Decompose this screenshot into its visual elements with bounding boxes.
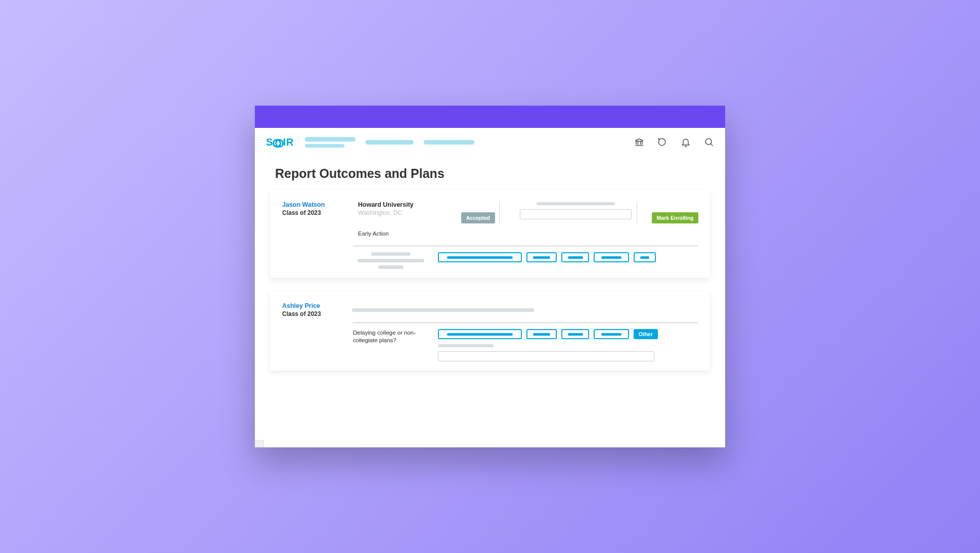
option-pill[interactable] (526, 252, 557, 262)
notes-placeholder (537, 202, 615, 205)
option-pills (438, 252, 656, 262)
label-placeholder (378, 265, 404, 269)
app-window: S IR (255, 106, 725, 447)
other-detail-block (438, 344, 658, 361)
student-name-link[interactable]: Ashley Price (282, 302, 343, 309)
student-class: Class of 2023 (282, 310, 343, 317)
scrollbar-corner (255, 440, 264, 447)
option-pill[interactable] (634, 252, 656, 262)
infinity-icon (273, 139, 284, 145)
nav-placeholder (305, 144, 344, 148)
row-placeholder (352, 308, 534, 312)
student-card: Jason Watson Class of 2023 Howard Univer… (270, 190, 710, 278)
nav-links (305, 137, 474, 148)
option-pill[interactable] (561, 252, 589, 262)
search-icon[interactable] (704, 137, 714, 147)
svg-point-0 (705, 139, 711, 145)
status-chip-accepted: Accepted (461, 212, 495, 223)
nav-placeholder (305, 137, 355, 142)
brand-left: S (266, 136, 273, 148)
mark-enrolling-button[interactable]: Mark Enrolling (652, 212, 699, 223)
card-divider (353, 322, 698, 323)
status-column: Accepted (454, 201, 500, 224)
student-class: Class of 2023 (282, 209, 343, 216)
nav-item-1[interactable] (305, 137, 355, 148)
application-type: Early Action (358, 231, 439, 237)
brand-right: IR (283, 136, 294, 148)
card-top-row: Ashley Price Class of 2023 (282, 302, 698, 317)
other-text-input[interactable] (438, 351, 654, 361)
option-pill[interactable] (438, 252, 522, 262)
option-pill-other[interactable]: Other (634, 329, 658, 339)
card-divider (353, 246, 698, 246)
college-info: Howard University Washington, DC Early A… (358, 201, 439, 237)
college-location: Washington, DC (358, 209, 439, 216)
notes-input[interactable] (520, 209, 632, 219)
option-pill[interactable] (526, 329, 557, 339)
options-block: Other (438, 329, 658, 361)
student-name-link[interactable]: Jason Watson (282, 201, 343, 208)
bottom-label (353, 252, 429, 269)
option-pill[interactable] (594, 329, 629, 339)
notes-column (515, 201, 637, 224)
student-info: Ashley Price Class of 2023 (282, 302, 343, 317)
brand-logo[interactable]: S IR (266, 136, 294, 148)
chat-icon[interactable] (657, 137, 667, 147)
option-pill[interactable] (594, 252, 629, 262)
card-top-row: Jason Watson Class of 2023 Howard Univer… (282, 201, 698, 237)
nav-item-3[interactable] (424, 140, 474, 145)
bell-icon[interactable] (681, 137, 691, 147)
option-pill[interactable] (438, 329, 522, 339)
student-info: Jason Watson Class of 2023 (282, 201, 343, 216)
page-title: Report Outcomes and Plans (255, 156, 725, 190)
label-placeholder (358, 259, 424, 262)
delay-question: Delaying college or non-collegiate plans… (353, 329, 429, 344)
option-pill[interactable] (561, 329, 589, 339)
card-bottom-row: Delaying college or non-collegiate plans… (282, 329, 698, 361)
other-label-placeholder (438, 344, 494, 347)
nav-item-2[interactable] (366, 140, 414, 145)
enroll-column: Mark Enrolling (652, 201, 698, 224)
card-bottom-row (282, 252, 698, 269)
student-card: Ashley Price Class of 2023 Delaying coll… (270, 291, 710, 371)
window-top-bar (255, 106, 725, 128)
institution-icon[interactable] (634, 137, 644, 147)
header-icons (634, 137, 714, 147)
college-name: Howard University (358, 201, 439, 208)
app-header: S IR (255, 128, 725, 156)
label-placeholder (371, 252, 411, 256)
option-pills: Other (438, 329, 658, 339)
